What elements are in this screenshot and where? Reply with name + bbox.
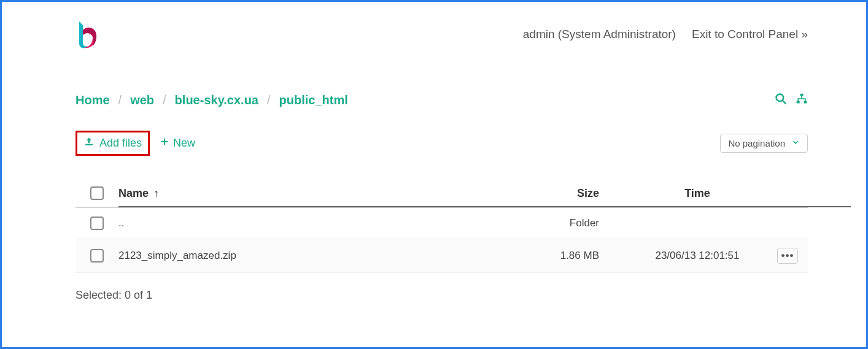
- column-header-time[interactable]: Time: [618, 187, 777, 200]
- row-checkbox[interactable]: [90, 249, 104, 263]
- breadcrumb-separator: /: [118, 93, 122, 107]
- file-size: Folder: [464, 217, 618, 229]
- table-header: Name ↑ Size Time: [76, 180, 808, 208]
- new-label: New: [173, 137, 195, 150]
- svg-rect-2: [800, 94, 804, 96]
- breadcrumb-item-home[interactable]: Home: [76, 93, 110, 107]
- file-name[interactable]: 2123_simply_amazed.zip: [118, 250, 464, 262]
- svg-line-1: [783, 101, 786, 104]
- pagination-select[interactable]: No pagination: [720, 134, 808, 153]
- search-icon[interactable]: [775, 93, 787, 107]
- table-row: 2123_simply_amazed.zip 1.86 MB 23/06/13 …: [76, 239, 808, 273]
- sitemap-icon[interactable]: [796, 93, 808, 107]
- svg-rect-5: [85, 144, 93, 145]
- upload-icon: [83, 136, 95, 150]
- chevron-down-icon: [791, 138, 800, 148]
- logo[interactable]: [76, 19, 100, 50]
- header: admin (System Administrator) Exit to Con…: [76, 19, 808, 50]
- row-actions-button[interactable]: •••: [777, 248, 798, 264]
- breadcrumb-separator: /: [267, 93, 271, 107]
- column-header-name[interactable]: Name ↑: [118, 187, 464, 200]
- svg-rect-4: [804, 101, 807, 103]
- column-header-size[interactable]: Size: [464, 187, 618, 200]
- file-time: 23/06/13 12:01:51: [618, 250, 777, 262]
- table-row: .. Folder: [76, 208, 808, 239]
- breadcrumb-item-web[interactable]: web: [130, 93, 154, 107]
- svg-point-0: [777, 94, 784, 102]
- new-button[interactable]: New: [156, 133, 199, 153]
- file-size: 1.86 MB: [464, 250, 618, 262]
- column-name-label: Name: [118, 187, 149, 200]
- plus-icon: [160, 137, 169, 150]
- add-files-label: Add files: [99, 137, 142, 150]
- exit-link[interactable]: Exit to Control Panel »: [692, 28, 808, 41]
- user-link[interactable]: admin (System Administrator): [523, 28, 676, 41]
- sort-ascending-icon: ↑: [153, 187, 159, 200]
- pagination-label: No pagination: [728, 138, 785, 148]
- file-name[interactable]: ..: [118, 217, 464, 229]
- breadcrumb-item-publichtml[interactable]: public_html: [279, 93, 348, 107]
- breadcrumb-item-domain[interactable]: blue-sky.cx.ua: [175, 93, 258, 107]
- file-table: Name ↑ Size Time .. Folder 2123_simply_a…: [76, 180, 808, 273]
- selection-status: Selected: 0 of 1: [76, 289, 808, 302]
- row-checkbox[interactable]: [90, 217, 104, 230]
- breadcrumb: Home / web / blue-sky.cx.ua / public_htm…: [76, 93, 348, 107]
- add-files-button[interactable]: Add files: [76, 131, 150, 156]
- breadcrumb-separator: /: [163, 93, 166, 107]
- svg-rect-3: [797, 101, 800, 103]
- select-all-checkbox[interactable]: [90, 186, 104, 200]
